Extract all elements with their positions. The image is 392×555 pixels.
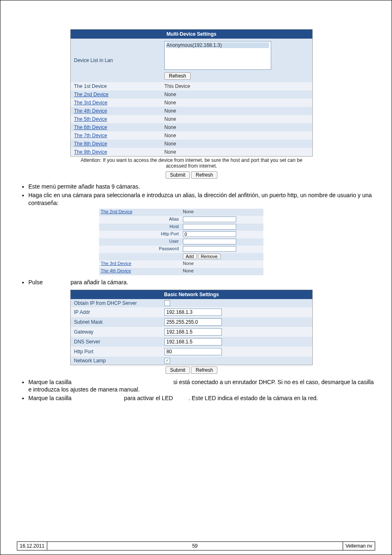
dns-input[interactable] <box>164 338 222 345</box>
dns-label: DNS Server <box>71 337 161 347</box>
network-panel: Basic Network Settings Obtain IP from DH… <box>70 290 313 365</box>
ipaddr-input[interactable] <box>164 309 222 316</box>
net-httpport-label: Http Port <box>71 347 161 357</box>
dhcp-label: Obtain IP from DHCP Server <box>71 299 161 307</box>
password-input[interactable] <box>183 246 236 252</box>
bullet-3: Pulse para añadir la cámara. <box>28 279 375 286</box>
text4: Marque la casilla <box>28 379 71 385</box>
mini-dev4-link[interactable]: The 4th Device <box>99 268 181 275</box>
device-5-link[interactable]: The 5th Device <box>71 115 161 123</box>
text4b: si está conectado a un enrutador DHCP. S… <box>28 379 374 393</box>
device-9-value: None <box>161 148 312 156</box>
text5a: Marque la casilla <box>28 395 71 401</box>
network-submit-button[interactable]: Submit <box>166 366 190 374</box>
user-input[interactable] <box>183 239 236 244</box>
ipaddr-label: IP Addr <box>71 307 161 317</box>
text5c: . Este LED indica el estado de la cámara… <box>189 395 318 401</box>
network-header: Basic Network Settings <box>71 290 312 299</box>
password-label: Password <box>99 246 181 253</box>
alias-input[interactable] <box>183 216 236 222</box>
remove-button[interactable]: Remove <box>198 253 221 259</box>
device-7-value: None <box>161 131 312 140</box>
refresh-button[interactable]: Refresh <box>191 171 217 179</box>
user-label: User <box>99 238 181 246</box>
bullet-1: Este menú permite añadir hasta 9 cámaras… <box>28 183 375 191</box>
submit-button[interactable]: Submit <box>166 171 190 179</box>
network-refresh-button[interactable]: Refresh <box>191 366 217 374</box>
device-6-link[interactable]: The 6th Device <box>71 123 161 131</box>
bullet-4: Marque la casilla si está conectado a un… <box>28 378 375 394</box>
attention-text: Attention: If you want to access the dev… <box>70 157 313 170</box>
footer-page: 59 <box>47 542 343 550</box>
gateway-label: Gateway <box>71 327 161 337</box>
mini-dev3-link[interactable]: The 3rd Device <box>99 260 181 268</box>
lamp-checkbox[interactable]: ✓ <box>164 358 170 364</box>
device-listbox[interactable]: Anonymous(192.168.1.3) <box>164 41 271 70</box>
lamp-label: Network Lamp <box>71 357 161 365</box>
text3b: para añadir la cámara. <box>71 279 128 286</box>
device-2-value: None <box>161 90 312 99</box>
device-7-link[interactable]: The 7th Device <box>71 131 161 140</box>
multi-device-header: Multi-Device Settings <box>71 30 312 39</box>
mini-dev3-val: None <box>181 260 263 268</box>
mini-dev2-link[interactable]: The 2nd Device <box>99 209 181 216</box>
bullet-5: Marque la casilla para activar el LED . … <box>28 394 375 402</box>
device-3-value: None <box>161 99 312 107</box>
device-list-item[interactable]: Anonymous(192.168.1.3) <box>166 42 269 48</box>
device-3-link[interactable]: The 3rd Device <box>71 99 161 107</box>
add-button[interactable]: Add <box>183 253 197 259</box>
host-label: Host <box>99 223 181 231</box>
host-input[interactable] <box>183 224 236 230</box>
device-8-value: None <box>161 140 312 148</box>
device-2-link[interactable]: The 2nd Device <box>71 90 161 99</box>
subnet-label: Subnet Mask <box>71 317 161 327</box>
page-footer: 16.12.2011 59 Velleman nv <box>17 541 375 550</box>
mini-dev4-val: None <box>181 268 263 275</box>
device-6-value: None <box>161 123 312 131</box>
device-1-label: The 1st Device <box>71 82 161 90</box>
multi-device-panel: Multi-Device Settings Device List in Lan… <box>70 29 313 157</box>
device-1-value: This Device <box>161 82 312 90</box>
device-8-link[interactable]: The 8th Device <box>71 140 161 148</box>
device-list-label: Device List in Lan <box>71 39 161 82</box>
device-5-value: None <box>161 115 312 123</box>
footer-date: 16.12.2011 <box>17 542 47 550</box>
refresh-listbox-button[interactable]: Refresh <box>164 72 191 80</box>
add-device-panel: The 2nd DeviceNone Alias Host Http Port … <box>99 209 263 275</box>
text3a: Pulse <box>28 279 43 286</box>
alias-label: Alias <box>99 216 181 223</box>
dhcp-checkbox[interactable] <box>164 300 170 306</box>
device-4-link[interactable]: The 4th Device <box>71 107 161 115</box>
device-9-link[interactable]: The 9th Device <box>71 148 161 156</box>
footer-right: Velleman nv <box>343 542 375 550</box>
httpport-input[interactable] <box>183 231 236 237</box>
bullet-2: Haga clic en una cámara para seleccionar… <box>28 191 375 207</box>
mini-dev2-val: None <box>181 209 263 216</box>
device-4-value: None <box>161 107 312 115</box>
text5b: para activar el LED <box>124 395 173 401</box>
httpport-label: Http Port <box>99 231 181 238</box>
subnet-input[interactable] <box>164 318 222 326</box>
net-httpport-input[interactable] <box>164 348 222 355</box>
gateway-input[interactable] <box>164 328 222 336</box>
